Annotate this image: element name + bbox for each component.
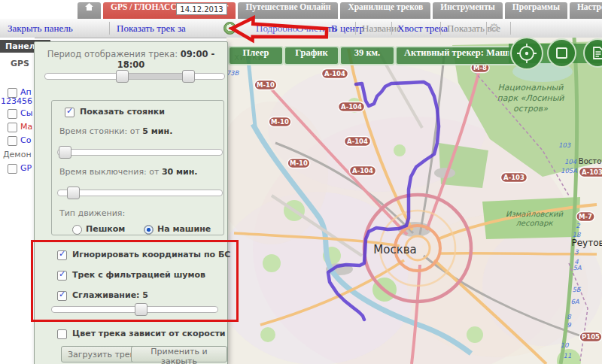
tracker-item-label[interactable]: Со [20,135,31,145]
map-canvas[interactable]: А-104А-104А-104А-104М-10М-10М-10М-8А-103… [227,38,602,364]
show-track-for-link[interactable]: Показать трек за [117,23,186,35]
svg-text:А-103: А-103 [503,174,524,181]
tab-home[interactable] [78,2,101,19]
center-link[interactable]: В центр [331,23,364,35]
tracker-item-label[interactable]: GP [20,163,32,173]
period-end-handle[interactable] [182,70,195,83]
home-icon [84,4,94,13]
movement-type-label: Тип движения: [59,208,125,218]
svg-text:А-104: А-104 [324,70,345,77]
tracker-checkbox[interactable] [8,164,17,174]
period-start-handle[interactable] [116,70,129,83]
show-parkings-checkbox[interactable] [65,108,74,117]
svg-text:5Б: 5Б [572,286,581,293]
car-radio[interactable] [144,225,154,235]
svg-text:Восточ: Восточ [579,157,602,165]
target-icon [512,38,542,68]
svg-text:11: 11 [564,352,572,359]
select-area-button[interactable] [547,38,576,68]
trackers-panel: Панель GPS Ап 123456 Сы Ма Со Демон GP [0,38,35,364]
period-range-slider[interactable] [44,73,225,80]
parking-time-label: Время стоянки: от 5 мин. [59,126,172,136]
track-date-input[interactable] [176,3,227,15]
svg-text:6А: 6А [570,298,579,305]
locate-target-button[interactable] [510,37,543,70]
tracker-item-label[interactable]: Ма [20,122,32,132]
svg-text:М-10: М-10 [271,118,289,126]
walk-label[interactable]: Пешком [86,224,125,234]
svg-text:остров»: остров» [513,104,548,114]
document-icon [585,40,602,66]
graph-button[interactable]: График [284,46,339,65]
svg-text:А-104: А-104 [347,138,368,145]
player-button[interactable]: Плеер [228,46,284,65]
svg-text:2: 2 [576,222,580,229]
tracker-checkbox[interactable] [8,123,17,132]
tab-tools[interactable]: Инструменты [433,2,503,19]
svg-text:А-104: А-104 [341,103,362,111]
svg-text:104: 104 [564,158,577,165]
off-time-slider[interactable] [57,190,223,196]
svg-text:лесопарк: лесопарк [515,219,553,228]
car-label[interactable]: На машине [157,224,211,234]
tracker-item-label[interactable]: Сы [20,108,32,118]
group-label-gps: GPS [11,59,29,68]
tracker-checkbox[interactable] [8,136,17,146]
svg-text:М-10: М-10 [257,81,275,89]
color-by-speed-label[interactable]: Цвет трека зависит от скорости [72,329,226,338]
off-time-label: Время выключения: от 30 мин. [59,167,198,177]
tab-programs[interactable]: Программы [505,2,567,19]
red-arrow-annotation [227,14,330,49]
svg-text:10: 10 [561,341,570,349]
report-button[interactable] [583,38,602,68]
distance-button[interactable]: 39 км. [339,46,395,65]
tracker-checkbox[interactable] [8,109,17,119]
svg-text:А-104: А-104 [352,167,373,174]
svg-text:103: 103 [558,141,571,149]
display-period-label: Период отображения трека: 09:00 - 18:00 [35,49,227,70]
load-track-button[interactable]: Загрузить трек [61,346,141,362]
gear-icon[interactable]: ⚙ [489,21,499,35]
svg-text:Р105: Р105 [582,333,600,341]
svg-text:Реутов: Реутов [571,238,602,248]
parking-time-slider[interactable] [57,149,223,156]
tracker-item-label[interactable]: 123456 [1,96,32,106]
svg-text:Измайловский: Измайловский [506,210,563,218]
svg-text:Национальный: Национальный [498,83,564,93]
svg-text:парк «Лосиный: парк «Лосиный [497,93,564,103]
show-parkings-label[interactable]: Показать стоянки [80,107,165,117]
svg-text:5А: 5А [573,264,581,271]
off-time-handle[interactable] [67,187,80,199]
izmailovsky-park [482,197,580,239]
gps-monitoring-app: GPS / ГЛОНАСС Мониторинг Путешествие Онл… [0,0,602,364]
red-highlight-box [31,240,239,322]
svg-text:9: 9 [567,321,571,329]
name-toggle[interactable]: Название [362,23,401,35]
square-icon [549,40,575,66]
svg-text:Москва: Москва [373,243,416,256]
svg-text:М-10: М-10 [290,159,308,167]
parking-time-handle[interactable] [59,146,71,159]
svg-text:73В: 73В [227,69,239,77]
tab-settings[interactable]: Настройки [570,2,602,19]
svg-text:А-103: А-103 [582,168,602,176]
svg-text:М-7: М-7 [579,213,592,220]
group-label-demo: Демон [3,150,32,159]
color-by-speed-checkbox[interactable] [57,329,67,339]
apply-close-button[interactable]: Применить и закрыть [131,346,227,362]
svg-text:105А: 105А [561,167,577,174]
svg-text:3: 3 [574,248,579,256]
tab-track-storage[interactable]: Хранилище треков [340,2,430,19]
active-tracker-button[interactable]: Активный трекер: Машина [395,46,522,65]
walk-radio[interactable] [72,225,82,235]
close-panel-link[interactable]: Закрыть панель [8,23,73,35]
